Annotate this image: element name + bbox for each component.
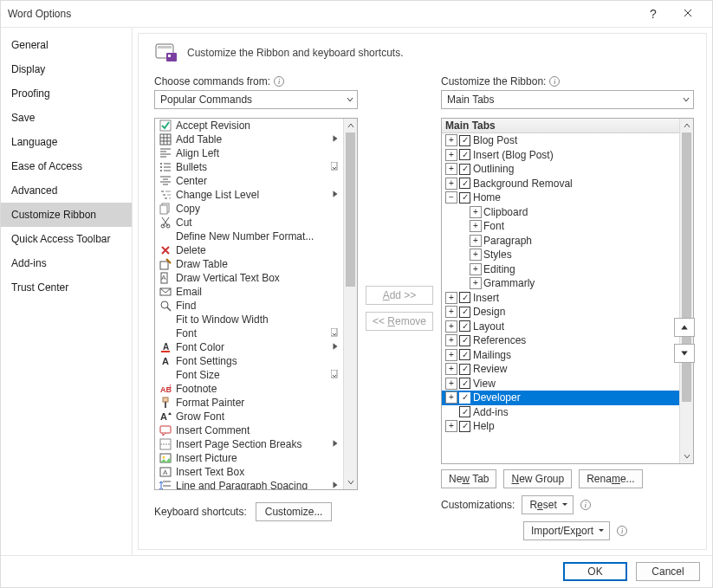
expand-icon[interactable]: +: [445, 163, 457, 175]
expand-icon[interactable]: +: [470, 220, 482, 232]
tree-node[interactable]: +Paragraph: [442, 234, 679, 249]
command-item[interactable]: Fit to Window Width: [155, 313, 343, 326]
tree-checkbox[interactable]: [459, 292, 470, 303]
tree-node[interactable]: Add-ins: [442, 405, 679, 420]
tree-node[interactable]: +Review: [442, 362, 679, 377]
tree-node[interactable]: +Insert (Blog Post): [442, 148, 679, 163]
tree-checkbox[interactable]: [459, 406, 470, 417]
command-item[interactable]: Change List Level: [155, 188, 343, 202]
info-icon[interactable]: i: [617, 526, 627, 536]
command-item[interactable]: Find: [155, 299, 343, 313]
expand-icon[interactable]: +: [445, 292, 457, 304]
import-export-button[interactable]: Import/Export: [523, 521, 610, 540]
tree-checkbox[interactable]: [459, 320, 470, 332]
tree-checkbox[interactable]: [459, 364, 470, 375]
tree-node[interactable]: +Mailings: [442, 348, 679, 363]
sidebar-item[interactable]: Customize Ribbon: [1, 203, 132, 227]
tree-node[interactable]: +Blog Post: [442, 133, 679, 148]
ribbon-tree[interactable]: Main Tabs +Blog Post+Insert (Blog Post)+…: [441, 118, 694, 464]
scroll-down-button[interactable]: [344, 475, 357, 489]
sidebar-item[interactable]: Proofing: [1, 81, 132, 106]
tree-checkbox[interactable]: [459, 349, 470, 360]
sidebar-item[interactable]: Language: [1, 130, 132, 154]
command-item[interactable]: Insert Comment: [155, 423, 343, 437]
tree-checkbox[interactable]: [459, 149, 470, 160]
scroll-up-button[interactable]: [344, 119, 357, 132]
tree-checkbox[interactable]: [459, 135, 470, 146]
tree-checkbox[interactable]: [459, 192, 470, 204]
reset-button[interactable]: Reset: [522, 495, 573, 514]
tree-checkbox[interactable]: [459, 307, 470, 318]
tree-node[interactable]: +Styles: [442, 248, 679, 262]
tree-checkbox[interactable]: [459, 164, 470, 175]
tree-node[interactable]: +Developer: [442, 391, 679, 405]
expand-icon[interactable]: +: [445, 320, 457, 333]
commands-listbox[interactable]: Accept RevisionAdd TableAlign LeftBullet…: [154, 118, 358, 490]
expand-icon[interactable]: +: [445, 134, 457, 146]
expand-icon[interactable]: +: [445, 178, 457, 190]
command-item[interactable]: AFont Settings: [155, 354, 343, 368]
command-item[interactable]: Align Left: [155, 146, 343, 160]
sidebar-item[interactable]: Ease of Access: [1, 154, 132, 178]
tree-node[interactable]: +Background Removal: [442, 177, 679, 191]
tree-node[interactable]: +Editing: [442, 262, 679, 277]
command-item[interactable]: Bullets: [155, 160, 343, 174]
tree-node[interactable]: +Help: [442, 419, 679, 434]
collapse-icon[interactable]: −: [445, 191, 457, 204]
sidebar-item[interactable]: General: [1, 33, 132, 57]
expand-icon[interactable]: +: [470, 249, 482, 261]
help-button[interactable]: ?: [636, 1, 671, 27]
expand-icon[interactable]: +: [445, 349, 457, 361]
expand-icon[interactable]: +: [445, 334, 457, 346]
tree-node[interactable]: +Clipboard: [442, 205, 679, 220]
command-item[interactable]: Insert Picture: [155, 451, 343, 465]
tree-node[interactable]: −Home: [442, 191, 679, 205]
scroll-down-button[interactable]: [680, 449, 693, 463]
command-item[interactable]: Font Size: [155, 368, 343, 382]
command-item[interactable]: Format Painter: [155, 396, 343, 410]
tree-node[interactable]: +Insert: [442, 291, 679, 306]
expand-icon[interactable]: +: [445, 149, 457, 161]
tree-node[interactable]: +Font: [442, 219, 679, 234]
tree-node[interactable]: +Grammarly: [442, 276, 679, 291]
new-tab-button[interactable]: New Tab: [441, 469, 496, 488]
new-group-button[interactable]: New Group: [503, 469, 572, 488]
command-item[interactable]: AInsert Text Box: [155, 465, 343, 479]
expand-icon[interactable]: +: [445, 306, 457, 318]
tree-checkbox[interactable]: [459, 335, 470, 346]
move-up-button[interactable]: [674, 318, 695, 337]
tree-checkbox[interactable]: [459, 378, 470, 389]
sidebar-item[interactable]: Save: [1, 106, 132, 130]
sidebar-item[interactable]: Advanced: [1, 178, 132, 203]
info-icon[interactable]: i: [549, 76, 560, 87]
sidebar-item[interactable]: Display: [1, 57, 132, 81]
tree-scrollbar[interactable]: [679, 119, 693, 463]
tree-checkbox[interactable]: [459, 178, 470, 189]
close-button[interactable]: [671, 1, 705, 27]
command-item[interactable]: ADraw Vertical Text Box: [155, 271, 343, 285]
customize-shortcuts-button[interactable]: Customize...: [256, 502, 333, 521]
command-item[interactable]: Font: [155, 326, 343, 340]
info-icon[interactable]: i: [580, 500, 591, 510]
rename-button[interactable]: Rename...: [579, 469, 642, 488]
expand-icon[interactable]: +: [445, 378, 457, 390]
command-item[interactable]: Accept Revision: [155, 119, 343, 132]
commands-scrollbar[interactable]: [343, 119, 357, 489]
command-item[interactable]: AB1Footnote: [155, 382, 343, 396]
tree-node[interactable]: +References: [442, 333, 679, 348]
tree-node[interactable]: +Design: [442, 305, 679, 320]
info-icon[interactable]: i: [274, 76, 284, 87]
tree-node[interactable]: +Outlining: [442, 162, 679, 177]
expand-icon[interactable]: +: [470, 206, 482, 218]
command-item[interactable]: Add Table: [155, 132, 343, 146]
ok-button[interactable]: OK: [563, 562, 627, 581]
sidebar-item[interactable]: Quick Access Toolbar: [1, 227, 132, 251]
sidebar-item[interactable]: Trust Center: [1, 275, 132, 300]
add-button[interactable]: Add >>: [366, 286, 433, 305]
command-item[interactable]: Delete: [155, 243, 343, 257]
expand-icon[interactable]: +: [470, 277, 482, 289]
tree-checkbox[interactable]: [459, 392, 470, 404]
command-item[interactable]: AGrow Font: [155, 410, 343, 423]
expand-icon[interactable]: +: [470, 235, 482, 247]
choose-commands-combo[interactable]: Popular Commands: [154, 90, 358, 109]
